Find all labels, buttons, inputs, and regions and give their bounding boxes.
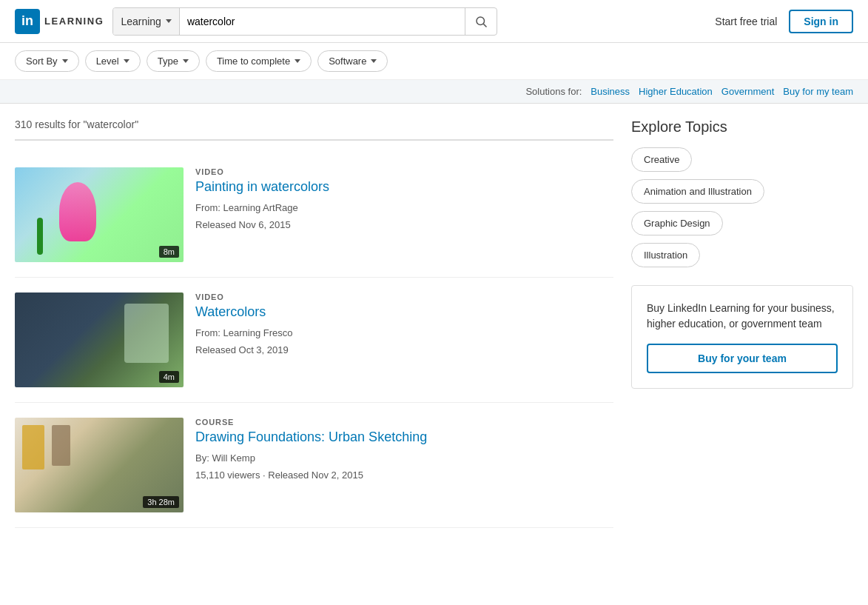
result-from: From: Learning Fresco [195,324,613,341]
topic-tag[interactable]: Animation and Illustration [631,179,764,204]
search-bar: Learning [112,7,497,36]
start-trial-link[interactable]: Start free trial [715,16,777,27]
chevron-down-icon [295,59,300,63]
result-from: From: Learning ArtRage [195,199,613,216]
software-filter[interactable]: Software [317,50,388,72]
results-list: 8m VIDEO Painting in watercolors From: L… [15,153,613,528]
explore-topics-title: Explore Topics [631,118,853,136]
time-label: Time to complete [217,56,290,67]
result-type: VIDEO [195,293,613,301]
result-thumbnail[interactable]: 3h 28m [15,418,184,512]
result-info: COURSE Drawing Foundations: Urban Sketch… [195,418,613,512]
result-title[interactable]: Drawing Foundations: Urban Sketching [195,429,613,445]
result-released: 15,110 viewers · Released Nov 2, 2015 [195,467,613,484]
level-label: Level [96,56,119,67]
search-category-dropdown[interactable]: Learning [113,8,180,35]
topic-tags: CreativeAnimation and IllustrationGraphi… [631,147,853,267]
solutions-bar: Solutions for: Business Higher Education… [0,80,868,104]
buy-for-team-button[interactable]: Buy for your team [647,344,838,373]
result-released: Released Oct 3, 2019 [195,341,613,358]
header-actions: Start free trial Sign in [715,10,853,33]
duration-badge: 4m [159,371,179,383]
sort-by-filter[interactable]: Sort By [15,50,79,72]
chevron-down-icon [166,19,172,23]
ad-text: Buy LinkedIn Learning for your business,… [647,301,838,332]
header: in LEARNING Learning Start free trial Si… [0,0,868,43]
result-title[interactable]: Watercolors [195,304,613,320]
logo-text: LEARNING [44,16,104,27]
result-thumbnail[interactable]: 8m [15,167,184,262]
type-label: Type [158,56,178,67]
solutions-business-link[interactable]: Business [591,86,630,97]
search-dropdown-label: Learning [121,16,161,27]
search-icon [474,15,488,28]
linkedin-logo-icon: in [15,9,40,34]
result-info: VIDEO Watercolors From: Learning Fresco … [195,293,613,387]
search-button[interactable] [465,8,497,35]
software-label: Software [329,56,366,67]
chevron-down-icon [62,59,68,63]
filter-bar: Sort By Level Type Time to complete Soft… [0,43,868,80]
result-from: By: Will Kemp [195,449,613,467]
solutions-label: Solutions for: [525,86,582,97]
sidebar: Explore Topics CreativeAnimation and Ill… [631,118,853,528]
svg-line-1 [484,24,487,27]
type-filter[interactable]: Type [147,50,200,72]
level-filter[interactable]: Level [85,50,141,72]
result-title[interactable]: Painting in watercolors [195,179,613,195]
time-filter[interactable]: Time to complete [206,50,312,72]
chevron-down-icon [183,59,189,63]
topic-tag[interactable]: Graphic Design [631,211,723,235]
sort-by-label: Sort By [26,56,58,67]
topic-tag[interactable]: Creative [631,147,692,172]
search-input[interactable] [180,8,465,35]
duration-badge: 8m [159,246,179,258]
results-area: 310 results for "watercolor" 8m VIDEO Pa… [15,118,613,528]
result-released: Released Nov 6, 2015 [195,216,613,233]
result-item: 3h 28m COURSE Drawing Foundations: Urban… [15,403,613,528]
solutions-buy-team-link[interactable]: Buy for my team [783,86,853,97]
svg-point-0 [477,17,485,25]
result-info: VIDEO Painting in watercolors From: Lear… [195,167,613,262]
result-item: 8m VIDEO Painting in watercolors From: L… [15,153,613,278]
result-thumbnail[interactable]: 4m [15,293,184,387]
main-content: 310 results for "watercolor" 8m VIDEO Pa… [0,104,868,543]
solutions-higher-education-link[interactable]: Higher Education [639,86,713,97]
chevron-down-icon [371,59,377,63]
duration-badge: 3h 28m [143,496,179,508]
ad-card: Buy LinkedIn Learning for your business,… [631,285,853,389]
chevron-down-icon [124,59,129,63]
result-type: VIDEO [195,167,613,176]
results-count: 310 results for "watercolor" [15,118,613,141]
logo-area: in LEARNING [15,9,104,34]
solutions-government-link[interactable]: Government [721,86,775,97]
result-type: COURSE [195,418,613,427]
topic-tag[interactable]: Illustration [631,243,700,267]
result-item: 4m VIDEO Watercolors From: Learning Fres… [15,278,613,403]
sign-in-button[interactable]: Sign in [789,10,853,33]
